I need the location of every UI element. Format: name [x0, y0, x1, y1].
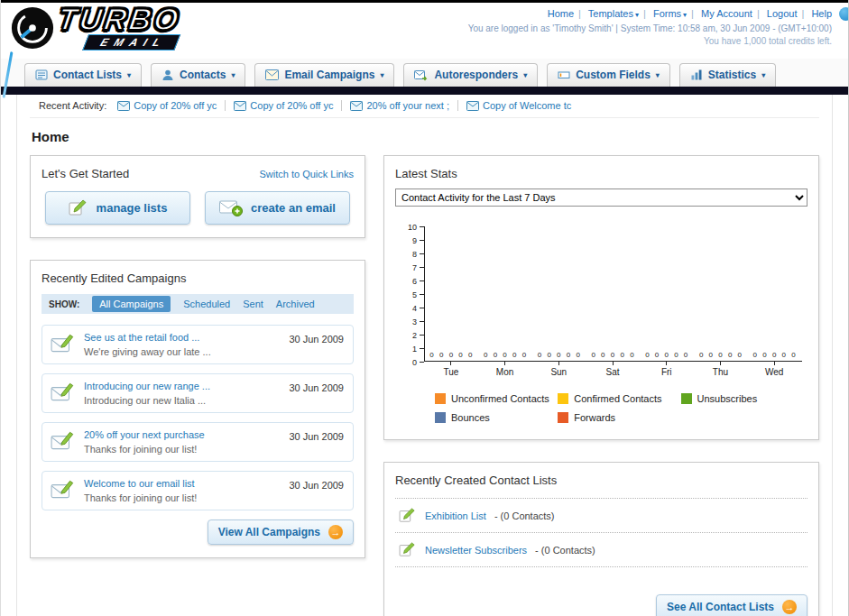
- legend-swatch-unconfirmed: [435, 393, 446, 404]
- logo-email-text: EMAIL: [82, 34, 180, 51]
- view-all-campaigns-button[interactable]: View All Campaigns →: [208, 519, 354, 545]
- contact-list-row: Exhibition List - (0 Contacts): [395, 499, 807, 533]
- contact-list-count: - (0 Contacts): [535, 545, 595, 556]
- get-started-title: Let's Get Started: [42, 167, 129, 180]
- contact-list-link[interactable]: Exhibition List: [425, 510, 486, 521]
- filter-sent[interactable]: Sent: [243, 299, 263, 309]
- contact-list-items: Exhibition List - (0 Contacts) Newslette…: [395, 498, 807, 567]
- pencil-icon: [399, 542, 417, 557]
- link-forms[interactable]: Forms▾: [653, 8, 687, 19]
- link-logout[interactable]: Logout: [767, 8, 798, 19]
- chart-x-labels: TueMonSunSatFriThuWed: [424, 362, 801, 377]
- campaign-link[interactable]: Introducing our new range ...: [84, 381, 275, 391]
- recent-activity-label: Recent Activity:: [39, 100, 106, 111]
- tab-statistics[interactable]: Statistics ▾: [679, 63, 776, 87]
- tab-email-campaigns[interactable]: Email Campaigns ▾: [254, 63, 394, 87]
- recent-activity-item[interactable]: Copy of Welcome tc: [466, 100, 571, 111]
- campaign-row: See us at the retail food ... We're givi…: [42, 325, 354, 364]
- link-templates[interactable]: Templates▾: [588, 8, 639, 19]
- contact-list-count: - (0 Contacts): [494, 510, 555, 521]
- campaign-link[interactable]: 20% off your next purchase: [84, 429, 275, 440]
- contact-list-link[interactable]: Newsletter Subscribers: [425, 545, 527, 556]
- tab-autoresponders[interactable]: Autoresponders ▾: [403, 63, 538, 87]
- statistics-icon: [690, 69, 703, 81]
- campaign-date: 30 Jun 2009: [289, 334, 344, 345]
- campaign-link[interactable]: Welcome to our email list: [84, 478, 275, 489]
- show-label: SHOW:: [49, 299, 79, 309]
- header-right: Home| Templates▾| Forms▾| My Account| Lo…: [468, 8, 832, 46]
- link-my-account[interactable]: My Account: [701, 8, 752, 19]
- help-bubble-icon: [839, 7, 849, 21]
- campaign-subtitle: Introducing our new Italia ...: [84, 395, 275, 406]
- campaign-row: 20% off your next purchase Thanks for jo…: [42, 422, 354, 462]
- autoresponders-icon: [414, 69, 429, 81]
- email-plus-icon: [219, 200, 243, 216]
- recent-activity-bar: Recent Activity: Copy of 20% off yc Copy…: [30, 95, 819, 118]
- campaign-row: Welcome to our email list Thanks for joi…: [42, 471, 354, 510]
- email-icon: [117, 101, 130, 111]
- campaign-date: 30 Jun 2009: [289, 480, 344, 491]
- tab-custom-fields[interactable]: Custom Fields ▾: [547, 63, 670, 87]
- campaign-edit-icon: [51, 479, 76, 501]
- credits-info: You have 1,000 total credits left.: [468, 36, 832, 46]
- campaign-filter-bar: SHOW: All Campaigns Scheduled Sent Archi…: [42, 294, 354, 314]
- legend-swatch-unsubscribes: [681, 393, 692, 404]
- contact-lists-icon: [35, 69, 48, 81]
- legend-item-unconfirmed: Unconfirmed Contacts: [435, 393, 558, 404]
- tab-contact-lists[interactable]: Contact Lists ▾: [24, 63, 142, 87]
- logo: TURBO EMAIL: [10, 5, 180, 51]
- left-column: Let's Get Started Switch to Quick Links …: [30, 155, 365, 580]
- chevron-down-icon: ▾: [523, 71, 527, 79]
- see-all-contact-lists-button[interactable]: See All Contact Lists →: [656, 594, 807, 616]
- recent-campaigns-title: Recently Edited Campaigns: [42, 271, 354, 285]
- campaign-edit-icon: [51, 333, 76, 354]
- campaign-row: Introducing our new range ... Introducin…: [42, 373, 354, 413]
- recent-contact-lists-panel: Recently Created Contact Lists Exhibitio…: [383, 462, 819, 616]
- campaign-date: 30 Jun 2009: [289, 431, 344, 442]
- filter-archived[interactable]: Archived: [276, 299, 315, 309]
- create-email-button[interactable]: create an email: [205, 191, 350, 225]
- speedometer-icon: [10, 5, 55, 51]
- chevron-down-icon: ▾: [635, 11, 639, 19]
- campaign-edit-icon: [51, 382, 76, 403]
- chevron-down-icon: ▾: [683, 11, 687, 19]
- stats-period-select[interactable]: Contact Activity for the Last 7 Days: [395, 188, 807, 207]
- recent-activity-item[interactable]: Copy of 20% off yc: [117, 100, 217, 111]
- filter-all-campaigns[interactable]: All Campaigns: [92, 296, 171, 312]
- chart-groups: 0 0 0 0 00 0 0 0 00 0 0 0 00 0 0 0 00 0 …: [425, 351, 802, 359]
- chevron-down-icon: ▾: [380, 71, 383, 79]
- email-icon: [234, 101, 246, 111]
- legend-swatch-bounces: [435, 412, 446, 423]
- get-started-panel: Let's Get Started Switch to Quick Links …: [30, 155, 365, 238]
- switch-quick-links-link[interactable]: Switch to Quick Links: [259, 169, 354, 179]
- chevron-down-icon: ▾: [231, 71, 235, 79]
- campaign-date: 30 Jun 2009: [289, 382, 344, 393]
- latest-stats-title: Latest Stats: [395, 167, 807, 180]
- filter-scheduled[interactable]: Scheduled: [183, 299, 230, 309]
- contact-list-row: Newsletter Subscribers - (0 Contacts): [395, 533, 807, 567]
- chevron-down-icon: ▾: [127, 71, 131, 79]
- contacts-icon: [161, 69, 174, 81]
- legend-swatch-forwards: [558, 412, 568, 423]
- link-home[interactable]: Home: [548, 8, 574, 19]
- page-title: Home: [32, 129, 819, 144]
- campaign-subtitle: Thanks for joining our list!: [84, 444, 275, 455]
- tab-contacts[interactable]: Contacts ▾: [151, 63, 245, 87]
- chart-y-axis: 109876543210: [402, 226, 424, 362]
- recent-activity-item[interactable]: 20% off your next ;: [350, 100, 449, 111]
- recent-activity-item[interactable]: Copy of 20% off yc: [234, 100, 333, 111]
- campaign-edit-icon: [51, 430, 76, 452]
- page: TURBO EMAIL Home| Templates▾| Forms▾| My…: [0, 0, 849, 616]
- link-help[interactable]: Help: [811, 8, 832, 19]
- header: TURBO EMAIL Home| Templates▾| Forms▾| My…: [1, 3, 848, 59]
- login-info: You are logged in as 'Timothy Smith' | S…: [468, 23, 832, 33]
- legend-swatch-confirmed: [558, 393, 568, 404]
- contact-activity-chart: 109876543210 0 0 0 0 00 0 0 0 00 0 0 0 0…: [402, 226, 802, 362]
- latest-stats-panel: Latest Stats Contact Activity for the La…: [383, 155, 819, 440]
- campaign-link[interactable]: See us at the retail food ...: [84, 332, 275, 343]
- chart-plot-area: 0 0 0 0 00 0 0 0 00 0 0 0 00 0 0 0 00 0 …: [424, 226, 802, 362]
- email-campaigns-icon: [265, 69, 279, 80]
- manage-lists-button[interactable]: manage lists: [45, 191, 190, 225]
- recent-campaigns-panel: Recently Edited Campaigns SHOW: All Camp…: [30, 260, 365, 558]
- legend-item-unsubscribes: Unsubscribes: [681, 393, 804, 404]
